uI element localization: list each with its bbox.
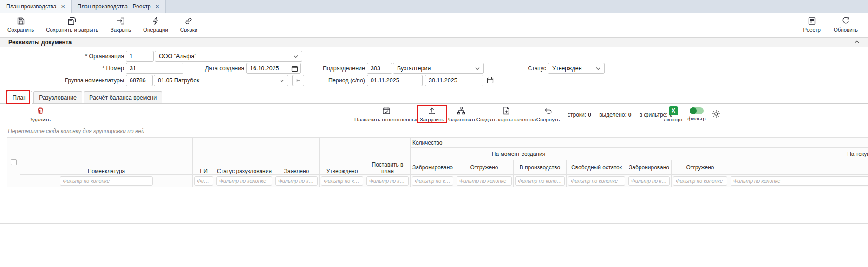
close-tab-icon[interactable]: × (156, 3, 159, 10)
filter-input-put-in-plan[interactable] (366, 176, 409, 186)
column-header-reserved-creation[interactable]: Забронировано (411, 160, 455, 175)
filter-toggle[interactable] (690, 107, 704, 114)
export-excel-button[interactable]: X экспорт (660, 106, 686, 122)
sitemap-icon (457, 106, 466, 115)
grid-container: Номенклатура ЕИ Статус разузлования Заяв… (7, 137, 868, 223)
trash-icon (36, 106, 45, 115)
load-label: Загрузить (420, 117, 444, 122)
operations-label: Операции (143, 27, 168, 33)
operations-button[interactable]: Операции (143, 16, 168, 33)
column-header-approved[interactable]: Утверждено (320, 138, 365, 175)
chevron-down-icon (596, 67, 600, 70)
column-header-explode-status[interactable]: Статус разузлования (215, 138, 274, 175)
groupby-drop-zone[interactable]: Перетащите сюда колонку для группировки … (8, 128, 144, 134)
filter-cell (729, 175, 868, 187)
links-button[interactable]: Связки (180, 16, 197, 33)
export-label: экспорт (664, 117, 683, 122)
refresh-icon (841, 16, 850, 26)
filter-input-shipped-creation[interactable] (457, 176, 512, 186)
select-all-checkbox[interactable] (11, 159, 17, 165)
department-code-field[interactable] (367, 63, 392, 74)
main-toolbar: Сохранить Сохранить и закрыть Закрыть Оп… (0, 13, 868, 37)
filter-input-shipped-current[interactable] (673, 176, 727, 186)
calendar-check-icon (382, 106, 391, 115)
tab-explode[interactable]: Разузлование (33, 91, 82, 103)
filter-input-approved[interactable] (321, 176, 363, 186)
column-header-nomenclature[interactable]: Номенклатура (20, 138, 193, 175)
column-header-reserved-current[interactable]: Забронировано (627, 160, 672, 175)
nomenclature-group-code-field[interactable] (126, 75, 153, 86)
filter-input-explode-status[interactable] (216, 176, 272, 186)
selected-counter-value: 0 (628, 112, 632, 118)
organization-code-field[interactable] (126, 51, 154, 62)
period-to-field[interactable] (425, 75, 483, 86)
column-header-requested[interactable]: Заявлено (274, 138, 320, 175)
tab-time-balance-label: Расчёт баланса времени (89, 94, 157, 101)
close-tab-icon[interactable]: × (61, 3, 65, 10)
delete-button[interactable]: Удалить (25, 106, 56, 122)
filter-input-nomenclature[interactable] (60, 176, 153, 186)
registry-button[interactable]: Реестр (803, 16, 821, 33)
grid-settings-button[interactable] (710, 109, 723, 119)
filter-input-offscreen[interactable] (731, 176, 868, 186)
main-toolbar-left: Сохранить Сохранить и закрыть Закрыть Оп… (7, 16, 197, 33)
window-tab-plan[interactable]: План производства × (0, 0, 72, 13)
filter-input-unit[interactable] (194, 176, 213, 186)
column-header-shipped-creation[interactable]: Отгружено (455, 160, 514, 175)
filter-input-in-production[interactable] (515, 176, 565, 186)
filter-cell (411, 175, 455, 187)
refresh-button[interactable]: Обновить (834, 16, 858, 33)
column-header-put-in-plan[interactable]: Поставить в план (365, 138, 411, 175)
column-header-shipped-current[interactable]: Отгружено (672, 160, 729, 175)
filter-input-requested[interactable] (275, 176, 318, 186)
filter-cell (20, 175, 193, 187)
department-value: Бухгалтерия (397, 65, 431, 72)
explode-label: Разузловать (446, 117, 476, 122)
tab-plan-label: План (13, 94, 26, 101)
filter-cell (455, 175, 514, 187)
organization-select[interactable]: ООО "Альфа" (155, 51, 302, 62)
filter-input-free-balance[interactable] (568, 176, 625, 186)
nomenclature-group-label: Группа номенклатуры (9, 75, 124, 86)
period-calendar-icon[interactable] (487, 77, 494, 84)
period-from-field[interactable] (367, 75, 423, 86)
save-icon (16, 16, 26, 26)
window-tab-plan-registry[interactable]: План производства - Реестр × (72, 0, 166, 13)
close-button[interactable]: Закрыть (111, 16, 131, 33)
filter-cell (215, 175, 274, 187)
toggle-knob (690, 107, 697, 114)
save-and-close-label: Сохранить и закрыть (46, 27, 98, 33)
filter-input-reserved-creation[interactable] (412, 176, 453, 186)
status-select[interactable]: Утвержден (548, 63, 605, 74)
registry-icon (807, 16, 816, 26)
create-quality-cards-button[interactable]: Создать карты качества (475, 106, 538, 122)
rows-counter-value: 0 (588, 112, 591, 118)
main-toolbar-right: Реестр Обновить (803, 16, 858, 33)
column-header-free-balance[interactable]: Свободный остаток (567, 160, 627, 175)
save-button[interactable]: Сохранить (7, 16, 34, 33)
filter-cell (193, 175, 215, 187)
tab-plan[interactable]: План (7, 91, 32, 104)
collapse-section-icon[interactable] (854, 40, 860, 44)
delete-label: Удалить (30, 117, 51, 122)
collapse-button[interactable]: Свернуть (534, 106, 562, 122)
assign-responsible-button[interactable]: Назначить ответственных (349, 106, 424, 122)
refresh-label: Обновить (834, 27, 858, 33)
tab-time-balance[interactable]: Расчёт баланса времени (84, 91, 162, 103)
requisites-form: * Организация ООО "Альфа" * Номер Дата с… (0, 47, 868, 91)
lightning-icon (151, 16, 160, 26)
document-tab-strip: План Разузлование Расчёт баланса времени (0, 91, 868, 104)
column-header-in-production[interactable]: В производство (514, 160, 567, 175)
explode-button[interactable]: Разузловать (443, 106, 479, 122)
filter-input-reserved-current[interactable] (628, 176, 670, 186)
organization-value: ООО "Альфа" (159, 53, 196, 60)
save-and-close-button[interactable]: Сохранить и закрыть (46, 16, 98, 33)
filter-cell (274, 175, 320, 187)
number-label: * Номер (9, 63, 124, 74)
nomenclature-group-select[interactable]: 01.05 Патрубок (154, 75, 288, 86)
load-button[interactable]: Загрузить (418, 106, 446, 122)
rows-counter-label: строки: (568, 112, 586, 118)
group-header-quantity: Количество (411, 138, 868, 148)
column-header-unit[interactable]: ЕИ (193, 138, 215, 175)
filter-toggle-button[interactable]: фильтр (685, 106, 708, 121)
